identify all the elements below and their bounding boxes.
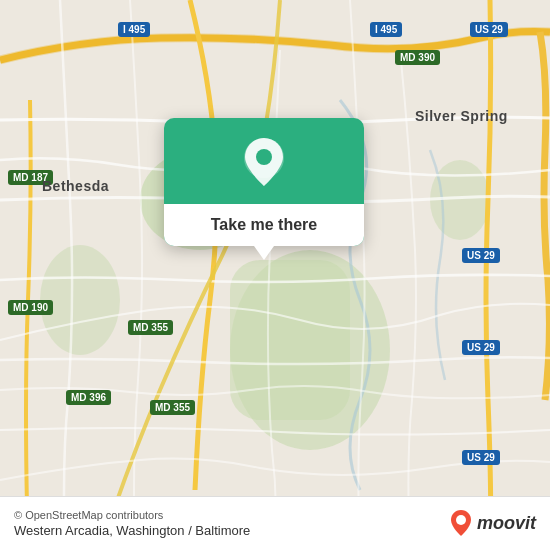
bottom-bar: © OpenStreetMap contributors Western Arc… — [0, 496, 550, 550]
map-attribution: © OpenStreetMap contributors — [14, 509, 449, 521]
city-label-silver-spring: Silver Spring — [415, 108, 508, 124]
moovit-brand-text: moovit — [477, 513, 536, 534]
svg-rect-5 — [230, 260, 350, 420]
location-pin-icon — [241, 136, 287, 190]
moovit-pin-icon — [449, 509, 473, 539]
badge-md355-top: MD 355 — [128, 320, 173, 335]
svg-point-7 — [256, 149, 272, 165]
svg-point-8 — [456, 515, 466, 525]
map-container: I 495 I 495 US 29 MD 390 MD 187 US 29 MD… — [0, 0, 550, 550]
location-name: Western Arcadia, Washington / Baltimore — [14, 523, 449, 538]
badge-i495-right: I 495 — [370, 22, 402, 37]
badge-md390: MD 390 — [395, 50, 440, 65]
badge-i495-top: I 495 — [118, 22, 150, 37]
badge-md396: MD 396 — [66, 390, 111, 405]
moovit-logo: moovit — [449, 509, 536, 539]
badge-us29-mid: US 29 — [462, 248, 500, 263]
map-svg — [0, 0, 550, 550]
badge-md190: MD 190 — [8, 300, 53, 315]
badge-md355-bot: MD 355 — [150, 400, 195, 415]
badge-us29-bot1: US 29 — [462, 340, 500, 355]
popup-card: Take me there — [164, 118, 364, 246]
city-label-bethesda: Bethesda — [42, 178, 109, 194]
popup-tail — [254, 246, 274, 260]
take-me-there-button[interactable]: Take me there — [164, 204, 364, 246]
badge-us29-bot2: US 29 — [462, 450, 500, 465]
popup-icon-area — [164, 118, 364, 204]
badge-us29-top: US 29 — [470, 22, 508, 37]
